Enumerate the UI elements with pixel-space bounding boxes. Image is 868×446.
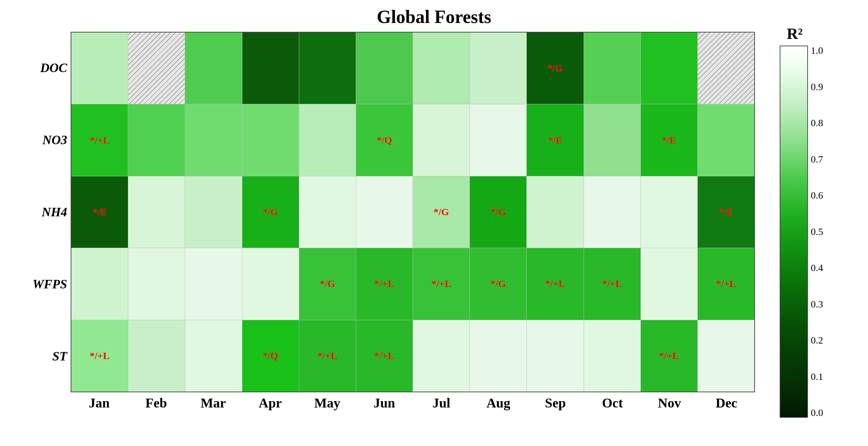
cell-annotation: */Q [377,135,392,146]
grid-cell-1-2 [185,104,242,176]
col-label-mar: Mar [185,392,242,411]
grid-row-2: */E*/G*/G*/G*/E [71,176,754,248]
grid-cell-0-2 [185,33,242,104]
grid-cell-3-0 [71,248,128,319]
grid-cell-4-8 [527,320,584,392]
grid-cell-3-11: */+L [698,248,754,319]
cell-annotation: */G [548,63,563,74]
row-label-wfps: WFPS [42,248,67,320]
grid-cell-0-4 [299,33,356,104]
row-labels: DOCNO3NH4WFPSST [42,32,71,392]
grid-cell-1-3 [242,104,299,176]
grid-cell-4-9 [584,320,641,392]
col-labels: JanFebMarAprMayJunJulAugSepOctNovDec [71,392,755,411]
grid-cell-3-6: */+L [413,248,470,319]
grid-cell-2-7: */G [470,176,527,248]
cell-annotation: */+L [90,135,110,146]
grid-cell-0-10 [641,33,698,104]
grid-cell-2-3: */G [242,176,299,248]
cell-annotation: */Q [263,350,278,362]
grid-cell-2-1 [128,176,185,248]
heatmap-wrapper: DOCNO3NH4WFPSST */G*/+L*/Q*/E*/E*/E*/G*/… [42,32,755,411]
cell-annotation: */+L [318,350,337,362]
grid-cell-3-10 [641,248,698,319]
grid-cell-3-5: */+L [356,248,413,319]
grid-cell-2-9 [584,176,641,248]
grid-cell-0-1 [128,33,185,104]
legend-tick: 1.0 [811,46,857,55]
grid-cell-2-2 [185,176,242,248]
cell-annotation: */G [433,206,449,218]
cell-annotation: */+L [431,278,451,289]
legend-tick: 0.8 [811,118,857,128]
grid-cell-3-3 [242,248,299,319]
cell-annotation: */G [320,278,335,289]
row-label-nh4: NH4 [42,176,67,248]
legend-tick: 0.6 [811,190,857,200]
col-label-nov: Nov [641,392,698,411]
chart-title: Global Forests [377,6,491,27]
legend-tick: 0.1 [811,372,857,382]
col-label-may: May [299,392,356,411]
grid-row-1: */+L*/Q*/E*/E [71,104,754,176]
grid-area: */G*/+L*/Q*/E*/E*/E*/G*/G*/G*/E*/G*/+L*/… [71,32,755,392]
hatch-pattern [698,33,754,104]
grid-cell-2-8 [527,176,584,248]
grid-cell-0-7 [470,33,527,104]
grid-cell-1-5: */Q [356,104,413,176]
grid-cell-1-10: */E [641,104,698,176]
grid-row-0: */G [71,33,754,104]
cell-annotation: */+L [659,350,679,362]
grid-cell-3-9: */+L [584,248,641,319]
hatch-pattern [128,33,185,104]
grid-cell-2-4 [299,176,356,248]
cell-annotation: */E [662,135,676,146]
grid-cell-4-0: */+L [71,320,128,392]
legend-bar [780,46,808,418]
grid-cell-1-1 [128,104,185,176]
cell-annotation: */G [491,278,506,289]
grid-cell-0-8: */G [527,33,584,104]
grid-row-4: */+L*/Q*/+L*/+L*/+L [71,320,754,392]
grid-row-3: */G*/+L*/+L*/G*/+L*/+L*/+L [71,248,754,320]
col-label-jun: Jun [356,392,413,411]
cell-annotation: */G [491,206,506,218]
grid-cell-2-0: */E [71,176,128,248]
col-label-jan: Jan [71,392,128,411]
col-label-aug: Aug [470,392,527,411]
legend-tick: 0.4 [811,263,857,273]
grid-cell-3-7: */G [470,248,527,319]
grid-cell-3-1 [128,248,185,319]
cell-annotation: */+L [545,278,565,289]
cell-annotation: */E [719,206,733,218]
grid-cell-4-5: */+L [356,320,413,392]
grid-cell-0-0 [71,33,128,104]
col-label-sep: Sep [527,392,584,411]
grid-cell-2-5 [356,176,413,248]
legend-container: R² 1.00.90.80.70.60.50.40.30.20.10.0 [780,25,857,418]
legend-tick: 0.5 [811,227,857,237]
grid-cell-1-0: */+L [71,104,128,176]
grid-cell-2-11: */E [698,176,754,248]
cell-annotation: */G [263,206,278,218]
grid-cell-4-6 [413,320,470,392]
chart-container: Global Forests DOCNO3NH4WFPSST */G*/+L*/… [0,0,868,446]
legend-bar-wrapper: 1.00.90.80.70.60.50.40.30.20.10.0 [780,46,857,418]
legend-tick: 0.2 [811,335,857,345]
grid-cell-4-10: */+L [641,320,698,392]
cell-annotation: */+L [602,278,622,289]
col-label-apr: Apr [242,392,299,411]
legend-tick: 0.3 [811,299,857,309]
grid-cell-1-4 [299,104,356,176]
grid-cell-4-1 [128,320,185,392]
legend-ticks: 1.00.90.80.70.60.50.40.30.20.10.0 [808,46,857,418]
row-label-st: ST [42,320,67,392]
grid-cell-2-10 [641,176,698,248]
col-label-dec: Dec [698,392,755,411]
grid-cell-3-4: */G [299,248,356,319]
grid-cell-1-9 [584,104,641,176]
cell-annotation: */E [93,206,107,218]
legend-tick: 0.0 [811,408,857,418]
row-label-no3: NO3 [42,104,67,176]
grid-cell-3-2 [185,248,242,319]
